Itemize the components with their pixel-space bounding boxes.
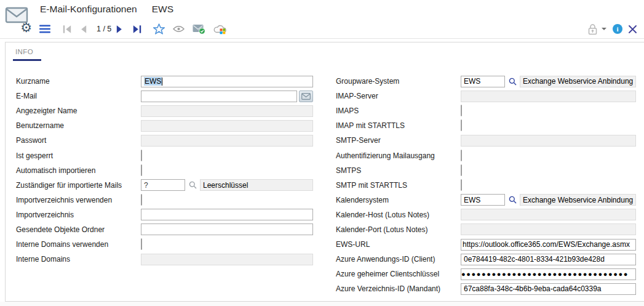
ist-gesperrt-checkbox[interactable]: [141, 150, 142, 161]
record-name: EWS: [152, 4, 173, 15]
imaps-checkbox[interactable]: [461, 105, 462, 116]
auth-mailausgang-checkbox[interactable]: [461, 150, 462, 161]
groupware-system-display-value: Exchange Webservice Anbindung: [523, 77, 633, 86]
importverzeichnis-verwenden-label: Importverzeichnis verwenden: [16, 196, 141, 204]
groupware-system-key-input[interactable]: EWS: [461, 76, 505, 87]
mail-check-icon[interactable]: [193, 23, 205, 35]
azure-secret-masked-value: ●●●●●●●●●●●●●●●●●●●●●●●●●●●●●●●●●: [461, 270, 629, 278]
window-bottom-edge: [0, 302, 644, 306]
tab-info-underline: [13, 59, 41, 61]
field-row-kalendersystem: Kalendersystem EWS Exchange Webservice A…: [336, 193, 636, 207]
ist-gesperrt-label: Ist gesperrt: [16, 151, 141, 160]
preview-eye-icon[interactable]: [173, 23, 185, 35]
envelope-button-icon: [301, 93, 311, 100]
kurzname-selected-text: EWS: [144, 77, 162, 86]
azure-client-id-value: 0e784419-482c-4801-8334-421b93de428d: [464, 255, 605, 264]
ews-url-value: https://outlook.office365.com/EWS/Exchan…: [463, 240, 630, 249]
cloud-apps-icon[interactable]: [213, 23, 227, 35]
kalendersystem-key-value: EWS: [464, 196, 480, 204]
angezeigter-name-label: Angezeigter Name: [16, 107, 141, 115]
imap-server-label: IMAP-Server: [336, 92, 461, 100]
nav-previous-icon[interactable]: [80, 23, 87, 35]
field-row-gesendete-objekte: Gesendete Objekte Ordner: [16, 222, 313, 237]
kalendersystem-key-input[interactable]: EWS: [461, 194, 505, 206]
imap-server-input: [461, 91, 636, 102]
field-row-ist-gesperrt: Ist gesperrt: [16, 148, 313, 163]
ews-url-label: EWS-URL: [336, 240, 461, 249]
lock-dropdown-caret-icon[interactable]: [602, 28, 606, 30]
kalendersystem-lookup-icon[interactable]: [509, 196, 517, 204]
field-row-importverzeichnis-verwenden: Importverzeichnis verwenden: [16, 193, 313, 207]
ews-url-input[interactable]: https://outlook.office365.com/EWS/Exchan…: [461, 239, 636, 251]
page-indicator: 1 / 5: [97, 25, 111, 33]
angezeigter-name-input: [141, 105, 313, 117]
smtps-checkbox[interactable]: [461, 164, 462, 176]
kalender-port-label: Kalender-Port (Lotus Notes): [336, 225, 461, 234]
close-icon[interactable]: [629, 23, 637, 35]
zustaendiger-key-input[interactable]: ?: [141, 179, 185, 191]
interne-domains-verwenden-checkbox[interactable]: [141, 238, 142, 250]
titlebar: E-Mail-Konfigurationen EWS: [40, 4, 173, 15]
azure-secret-input[interactable]: ●●●●●●●●●●●●●●●●●●●●●●●●●●●●●●●●●: [461, 268, 636, 280]
zustaendiger-key-value: ?: [144, 181, 148, 190]
imap-starttls-label: IMAP mit STARTTLS: [336, 121, 461, 130]
imap-starttls-checkbox[interactable]: [461, 119, 462, 131]
azure-tenant-id-label: Azure Verzeichnis-ID (Mandant): [336, 284, 461, 293]
email-input[interactable]: [141, 91, 297, 102]
kalender-host-input: [461, 209, 636, 220]
field-row-azure-secret: Azure geheimer Clientschlüssel ●●●●●●●●●…: [336, 267, 636, 281]
azure-client-id-input[interactable]: 0e784419-482c-4801-8334-421b93de428d: [461, 254, 636, 265]
nav-first-icon[interactable]: [63, 23, 71, 35]
form-column-left: Kurzname EWS E-Mail: [16, 74, 313, 267]
zustaendiger-display-value: Leerschlüssel: [203, 181, 248, 190]
field-row-email: E-Mail: [16, 89, 313, 103]
azure-secret-label: Azure geheimer Clientschlüssel: [336, 270, 461, 278]
header-divider: [0, 38, 644, 39]
field-row-importverzeichnis: Importverzeichnis: [16, 207, 313, 222]
field-row-automatisch-importieren: Automatisch importieren: [16, 163, 313, 178]
automatisch-importieren-checkbox[interactable]: [141, 164, 142, 176]
gear-icon: ⚙: [20, 22, 32, 34]
azure-tenant-id-input[interactable]: 67ca88fa-348c-4b6b-9eba-cada64c0339a: [461, 283, 636, 295]
nav-last-icon[interactable]: [133, 23, 141, 35]
nav-next-icon[interactable]: [116, 23, 123, 35]
favorite-star-icon[interactable]: [153, 23, 165, 35]
content-panel: INFO Kurzname EWS E-Mail: [5, 42, 644, 302]
importverzeichnis-input[interactable]: [141, 209, 313, 220]
groupware-system-display-field: Exchange Webservice Anbindung: [520, 76, 636, 87]
groupware-system-lookup-icon[interactable]: [509, 78, 517, 86]
field-row-angezeigter-name: Angezeigter Name: [16, 103, 313, 118]
azure-tenant-id-value: 67ca88fa-348c-4b6b-9eba-cada64c0339a: [464, 284, 602, 293]
send-mail-button[interactable]: [299, 91, 313, 102]
field-row-kalender-host: Kalender-Host (Lotus Notes): [336, 207, 636, 222]
groupware-system-key-value: EWS: [464, 77, 480, 86]
kurzname-input[interactable]: EWS: [141, 76, 313, 87]
field-row-passwort: Passwort: [16, 133, 313, 148]
field-row-smtps: SMTPS: [336, 163, 636, 178]
field-row-ews-url: EWS-URL https://outlook.office365.com/EW…: [336, 237, 636, 252]
lock-icon[interactable]: [587, 23, 598, 35]
interne-domains-input: [141, 254, 313, 265]
automatisch-importieren-label: Automatisch importieren: [16, 166, 141, 175]
toolbar: 1 / 5: [39, 23, 227, 35]
tab-info[interactable]: INFO: [14, 48, 41, 61]
smtp-starttls-label: SMTP mit STARTTLS: [336, 181, 461, 190]
field-row-kurzname: Kurzname EWS: [16, 74, 313, 89]
importverzeichnis-verwenden-checkbox[interactable]: [141, 194, 142, 206]
field-row-kalender-port: Kalender-Port (Lotus Notes): [336, 222, 636, 237]
zustaendiger-lookup-icon[interactable]: [189, 181, 197, 189]
gesendete-objekte-input[interactable]: [141, 223, 313, 235]
menu-hamburger-icon[interactable]: [39, 23, 50, 35]
tab-info-label: INFO: [14, 48, 41, 55]
groupware-system-label: Groupware-System: [336, 77, 461, 86]
kalendersystem-display-field: Exchange Webservice Anbindung: [520, 194, 636, 206]
kalendersystem-label: Kalendersystem: [336, 196, 461, 204]
app-icon: ⚙: [5, 5, 33, 34]
field-row-interne-domains: Interne Domains: [16, 252, 313, 267]
text-cursor: [162, 78, 162, 86]
smtp-starttls-checkbox[interactable]: [461, 179, 462, 191]
email-configuration-window: ⚙ E-Mail-Konfigurationen EWS 1 / 5: [0, 0, 644, 306]
passwort-input: [141, 135, 313, 147]
kalender-host-label: Kalender-Host (Lotus Notes): [336, 211, 461, 219]
info-icon[interactable]: i: [613, 24, 622, 34]
